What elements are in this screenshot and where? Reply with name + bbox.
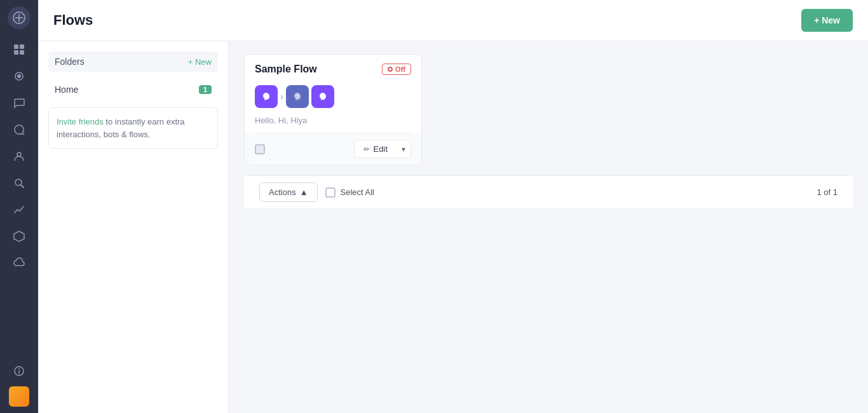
body: Folders + New Home 1 Invite friends to i… bbox=[38, 41, 868, 413]
svg-point-9 bbox=[17, 152, 21, 156]
actions-chevron-icon: ▲ bbox=[300, 187, 308, 197]
flow-card: Sample Flow Off › bbox=[244, 54, 422, 165]
select-all-area[interactable]: Select All bbox=[325, 187, 374, 198]
status-label: Off bbox=[395, 65, 405, 73]
page-title: Flows bbox=[53, 12, 93, 29]
sidebar-item-chat[interactable] bbox=[6, 118, 32, 141]
svg-point-15 bbox=[18, 369, 20, 370]
svg-rect-4 bbox=[20, 44, 24, 49]
invite-box: Invite friends to instantly earn extra i… bbox=[48, 107, 218, 149]
flow-icon-2[interactable]: ? bbox=[286, 85, 309, 108]
main-content: Flows + New Folders + New Home 1 Invite … bbox=[38, 0, 868, 413]
flow-card-header: Sample Flow Off bbox=[245, 55, 421, 80]
invite-link[interactable]: Invite friends bbox=[57, 117, 104, 126]
sidebar-item-info[interactable] bbox=[6, 360, 32, 383]
folders-header: Folders + New bbox=[48, 51, 218, 72]
select-all-checkbox[interactable] bbox=[325, 187, 336, 198]
edit-label: Edit bbox=[374, 144, 388, 154]
svg-rect-6 bbox=[20, 50, 24, 55]
sidebar-item-apps[interactable] bbox=[6, 225, 32, 248]
actions-button[interactable]: Actions ▲ bbox=[259, 182, 318, 202]
flow-arrow-icon: › bbox=[280, 91, 283, 102]
new-button[interactable]: + New bbox=[801, 9, 853, 32]
sidebar-logo[interactable] bbox=[8, 6, 31, 29]
sidebar-item-broadcast[interactable] bbox=[6, 65, 32, 88]
flow-description: Hello, Hi, Hiya bbox=[245, 113, 421, 133]
svg-rect-5 bbox=[14, 50, 18, 55]
select-all-label: Select All bbox=[341, 187, 374, 197]
sidebar-item-contacts[interactable] bbox=[6, 145, 32, 168]
flow-icons: › ? bbox=[245, 80, 421, 113]
flow-card-footer: ✏ Edit ▾ bbox=[245, 133, 421, 165]
sidebar-item-grid[interactable] bbox=[6, 38, 32, 61]
status-dot bbox=[388, 67, 393, 72]
flow-title: Sample Flow bbox=[255, 64, 317, 75]
flow-icon-3[interactable] bbox=[311, 85, 334, 108]
left-panel: Folders + New Home 1 Invite friends to i… bbox=[38, 41, 229, 413]
bottom-bar: Actions ▲ Select All 1 of 1 bbox=[244, 175, 853, 208]
flow-icon-1[interactable] bbox=[255, 85, 278, 108]
page-count: 1 of 1 bbox=[817, 187, 837, 197]
folders-label: Folders bbox=[55, 57, 85, 67]
user-avatar[interactable] bbox=[9, 386, 29, 407]
status-badge: Off bbox=[382, 64, 411, 75]
edit-button[interactable]: ✏ Edit bbox=[354, 140, 397, 158]
svg-marker-12 bbox=[14, 231, 24, 241]
svg-text:?: ? bbox=[296, 93, 299, 99]
sidebar-item-cloud[interactable] bbox=[6, 252, 32, 274]
svg-line-11 bbox=[21, 185, 24, 187]
sidebar bbox=[0, 0, 38, 413]
edit-group: ✏ Edit ▾ bbox=[354, 140, 411, 158]
folder-item-home[interactable]: Home 1 bbox=[48, 79, 218, 100]
sidebar-item-messages[interactable] bbox=[6, 91, 32, 114]
actions-label: Actions bbox=[269, 187, 296, 197]
svg-point-7 bbox=[17, 74, 21, 78]
edit-dropdown-button[interactable]: ▾ bbox=[397, 140, 411, 158]
sidebar-item-search[interactable] bbox=[6, 172, 32, 194]
svg-rect-3 bbox=[14, 44, 18, 49]
flow-checkbox[interactable] bbox=[255, 144, 265, 154]
sidebar-item-analytics[interactable] bbox=[6, 198, 32, 221]
folder-name: Home bbox=[55, 85, 78, 95]
right-content: Sample Flow Off › bbox=[229, 41, 868, 413]
chevron-down-icon: ▾ bbox=[402, 145, 405, 154]
folder-count-badge: 1 bbox=[199, 85, 212, 94]
folders-new-button[interactable]: + New bbox=[188, 57, 212, 67]
sidebar-bottom bbox=[6, 360, 32, 407]
pencil-icon: ✏ bbox=[363, 145, 370, 154]
header: Flows + New bbox=[38, 0, 868, 41]
